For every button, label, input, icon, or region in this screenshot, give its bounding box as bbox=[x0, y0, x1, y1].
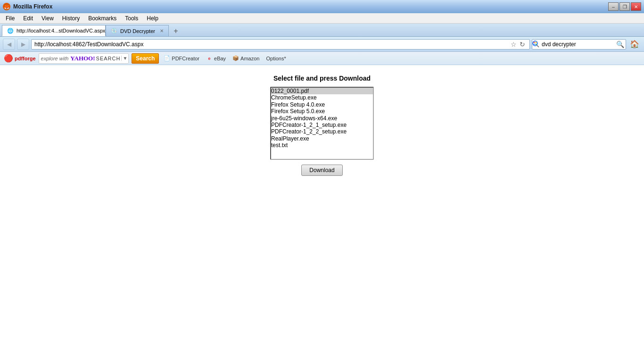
back-button[interactable]: ◀ bbox=[3, 39, 15, 50]
yahoo-dropdown-icon[interactable]: ▼ bbox=[121, 56, 128, 61]
tab-2[interactable]: 💿 DVD Decrypter ✕ bbox=[106, 25, 169, 36]
address-input[interactable] bbox=[34, 41, 509, 48]
yahoo-explore-label: explore with bbox=[39, 56, 71, 61]
svg-point-1 bbox=[534, 41, 535, 43]
svg-point-3 bbox=[536, 43, 537, 45]
pdfcreator-label: PDFCreator bbox=[172, 56, 199, 61]
menubar-item-view[interactable]: View bbox=[38, 14, 58, 23]
bookmark-pdfcreator[interactable]: 📄 PDFCreator bbox=[162, 55, 201, 62]
titlebar-title: Mozilla Firefox bbox=[13, 3, 52, 10]
tab2-icon: 💿 bbox=[111, 28, 117, 34]
tab-1[interactable]: 🌐 http://localhost:4...stDownloadVC.aspx… bbox=[2, 25, 106, 36]
google-icon bbox=[532, 40, 540, 49]
minimize-button[interactable]: – bbox=[608, 2, 619, 11]
tab1-icon: 🌐 bbox=[7, 27, 14, 34]
file-option[interactable]: PDFCreator-1_2_1_setup.exe bbox=[271, 122, 373, 128]
firefox-icon: 🦊 bbox=[3, 3, 10, 10]
titlebar-left: 🦊 Mozilla Firefox bbox=[3, 3, 52, 10]
menubar: FileEditViewHistoryBookmarksToolsHelp bbox=[0, 13, 644, 24]
ebay-label: eBay bbox=[214, 56, 226, 61]
tabbar: 🌐 http://localhost:4...stDownloadVC.aspx… bbox=[0, 24, 644, 37]
amazon-label: Amazon bbox=[240, 56, 259, 61]
menubar-item-bookmarks[interactable]: Bookmarks bbox=[84, 14, 120, 23]
tab2-close[interactable]: ✕ bbox=[160, 28, 164, 33]
forward-button[interactable]: ▶ bbox=[17, 39, 29, 50]
bookmark-ebay[interactable]: e eBay bbox=[204, 55, 228, 62]
tab2-label: DVD Decrypter bbox=[120, 28, 155, 34]
file-option[interactable]: 0122_0001.pdf bbox=[271, 88, 373, 94]
page-heading: Select file and press Download bbox=[273, 75, 371, 82]
bookmark-options[interactable]: Options* bbox=[264, 56, 288, 61]
yahoo-brand: YAHOO! bbox=[70, 55, 95, 62]
menubar-item-tools[interactable]: Tools bbox=[121, 14, 142, 23]
pdfcreator-icon: 📄 bbox=[164, 55, 170, 62]
page-content: Select file and press Download 0122_0001… bbox=[0, 65, 644, 301]
refresh-button[interactable]: ↻ bbox=[518, 41, 527, 48]
search-input[interactable] bbox=[540, 41, 614, 48]
new-tab-button[interactable]: + bbox=[171, 26, 181, 36]
menubar-item-help[interactable]: Help bbox=[143, 14, 162, 23]
bookmark-amazon[interactable]: 📦 Amazon bbox=[231, 55, 261, 62]
menubar-item-edit[interactable]: Edit bbox=[19, 14, 37, 23]
menubar-item-history[interactable]: History bbox=[58, 14, 83, 23]
yahoo-search-box[interactable]: explore with YAHOO! SEARCH ▼ bbox=[39, 53, 129, 64]
address-bar[interactable]: ☆ ↻ bbox=[31, 39, 530, 50]
titlebar-buttons: – ❐ ✕ bbox=[608, 2, 641, 11]
search-box[interactable]: 🔍 bbox=[532, 39, 626, 50]
bookmark-star-icon[interactable]: ☆ bbox=[509, 41, 518, 48]
svg-line-5 bbox=[537, 45, 539, 47]
file-option[interactable]: Firefox Setup 5.0.exe bbox=[271, 108, 373, 115]
titlebar: 🦊 Mozilla Firefox – ❐ ✕ bbox=[0, 0, 644, 13]
svg-point-0 bbox=[533, 41, 537, 46]
options-label: Options* bbox=[266, 56, 286, 61]
home-button[interactable]: 🏠 bbox=[628, 40, 641, 49]
file-listbox[interactable]: 0122_0001.pdfChromeSetup.exeFirefox Setu… bbox=[270, 87, 374, 160]
navbar: ◀ ▶ ☆ ↻ 🔍 🏠 bbox=[0, 37, 644, 52]
search-button[interactable]: Search bbox=[132, 53, 159, 64]
close-button[interactable]: ✕ bbox=[631, 2, 641, 11]
download-button[interactable]: Download bbox=[301, 165, 342, 176]
svg-point-2 bbox=[536, 41, 537, 43]
svg-point-4 bbox=[534, 43, 535, 45]
pdfforge-logo: 🔴 pdfforge bbox=[4, 54, 36, 63]
restore-button[interactable]: ❐ bbox=[619, 2, 630, 11]
file-option[interactable]: jre-6u25-windows-x64.exe bbox=[271, 115, 373, 122]
yahoo-search-text: SEARCH bbox=[95, 56, 122, 61]
file-option[interactable]: PDFCreator-1_2_2_setup.exe bbox=[271, 128, 373, 135]
tab1-label: http://localhost:4...stDownloadVC.aspx bbox=[17, 28, 105, 33]
bookmarksbar: 🔴 pdfforge explore with YAHOO! SEARCH ▼ … bbox=[0, 52, 644, 65]
file-option[interactable]: RealPlayer.exe bbox=[271, 135, 373, 142]
file-option[interactable]: Firefox Setup 4.0.exe bbox=[271, 101, 373, 108]
file-option[interactable]: ChromeSetup.exe bbox=[271, 94, 373, 101]
search-go-icon[interactable]: 🔍 bbox=[614, 41, 626, 48]
file-option[interactable]: test.txt bbox=[271, 142, 373, 149]
ebay-icon: e bbox=[206, 55, 213, 62]
menubar-item-file[interactable]: File bbox=[2, 14, 18, 23]
amazon-icon: 📦 bbox=[232, 55, 239, 62]
